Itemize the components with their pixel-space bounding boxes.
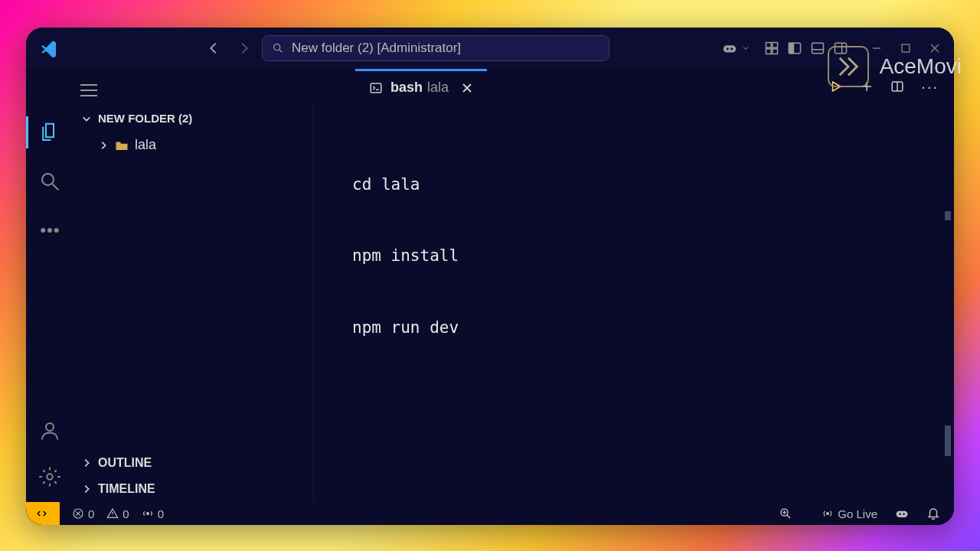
chevron-right-icon bbox=[98, 140, 109, 151]
tab-terminal[interactable]: bash lala bbox=[355, 69, 487, 104]
ellipsis-icon bbox=[38, 219, 61, 242]
copilot-icon bbox=[721, 40, 738, 57]
svg-point-20 bbox=[47, 474, 53, 480]
svg-point-27 bbox=[903, 514, 905, 516]
timeline-label: TIMELINE bbox=[98, 482, 155, 496]
toggle-panel-icon[interactable] bbox=[810, 41, 825, 56]
minimize-icon[interactable] bbox=[871, 43, 882, 54]
svg-point-26 bbox=[899, 514, 901, 516]
broadcast-icon bbox=[822, 507, 834, 520]
chevron-down-icon bbox=[81, 113, 92, 124]
svg-rect-1 bbox=[724, 45, 737, 52]
svg-rect-12 bbox=[902, 44, 910, 52]
warning-icon bbox=[106, 507, 119, 520]
folder-icon bbox=[115, 139, 129, 152]
term-line: npm run dev bbox=[331, 316, 937, 340]
scrollbar-thumb[interactable] bbox=[945, 425, 951, 456]
search-icon bbox=[38, 170, 61, 193]
svg-rect-5 bbox=[773, 43, 778, 48]
activity-bar bbox=[26, 104, 74, 502]
editor-more-icon[interactable]: ··· bbox=[921, 78, 939, 96]
svg-point-2 bbox=[727, 47, 729, 50]
radio-icon bbox=[142, 507, 154, 520]
term-prompt-1: User@DESKTOP-PAULOB7 MINGW64 ~/Desktop/N… bbox=[331, 476, 937, 502]
split-editor-icon[interactable] bbox=[890, 80, 904, 93]
error-icon bbox=[72, 507, 84, 520]
svg-point-18 bbox=[55, 229, 58, 232]
hamburger-icon bbox=[80, 84, 97, 96]
svg-rect-6 bbox=[766, 49, 772, 54]
svg-point-22 bbox=[146, 513, 149, 515]
outline-label: OUTLINE bbox=[98, 456, 152, 470]
command-center-text: New folder (2) [Administrator] bbox=[292, 41, 461, 56]
run-icon[interactable] bbox=[829, 80, 843, 93]
toggle-secondary-icon[interactable] bbox=[833, 41, 848, 56]
new-terminal-icon[interactable] bbox=[860, 80, 874, 93]
svg-rect-10 bbox=[812, 43, 824, 53]
search-icon bbox=[272, 42, 284, 54]
svg-point-3 bbox=[730, 47, 733, 50]
copilot-button[interactable] bbox=[721, 40, 750, 57]
svg-point-0 bbox=[274, 44, 280, 51]
toggle-sidebar-icon[interactable] bbox=[787, 41, 802, 56]
tab-close-icon[interactable] bbox=[461, 82, 473, 94]
explorer-folder-name: NEW FOLDER (2) bbox=[98, 112, 192, 125]
explorer-sidebar: NEW FOLDER (2) lala OUTLINE TIMELINE bbox=[74, 104, 314, 502]
svg-rect-25 bbox=[897, 511, 908, 517]
svg-rect-9 bbox=[789, 43, 794, 53]
copilot-status-icon[interactable] bbox=[894, 506, 910, 521]
svg-point-24 bbox=[827, 513, 829, 515]
command-center[interactable]: New folder (2) [Administrator] bbox=[262, 35, 609, 61]
vscode-window: New folder (2) [Administrator] ··· bbox=[26, 28, 954, 525]
terminal-icon bbox=[369, 81, 383, 95]
titlebar: New folder (2) [Administrator] bbox=[26, 28, 954, 69]
tab-kind: bash bbox=[390, 80, 423, 96]
tree-item-lala[interactable]: lala bbox=[95, 132, 313, 158]
account-icon bbox=[38, 419, 61, 442]
chevron-right-icon bbox=[81, 458, 92, 468]
zoom-icon[interactable] bbox=[779, 507, 792, 520]
activity-more[interactable] bbox=[38, 219, 61, 242]
nav-back-icon[interactable] bbox=[205, 40, 222, 57]
svg-point-15 bbox=[42, 174, 54, 185]
menu-button[interactable] bbox=[74, 75, 104, 106]
svg-rect-4 bbox=[766, 43, 772, 48]
gear-icon bbox=[38, 465, 61, 488]
svg-point-16 bbox=[41, 229, 44, 232]
terminal-editor[interactable]: cd lala npm install npm run dev User@DES… bbox=[314, 104, 954, 502]
maximize-icon[interactable] bbox=[900, 43, 911, 54]
tab-bar: ··· bash lala ··· bbox=[26, 69, 954, 104]
status-go-live[interactable]: Go Live bbox=[822, 507, 877, 520]
svg-rect-13 bbox=[371, 83, 381, 93]
tree-item-label: lala bbox=[135, 137, 156, 153]
svg-rect-7 bbox=[773, 49, 778, 54]
remote-button[interactable] bbox=[26, 502, 60, 525]
timeline-section[interactable]: TIMELINE bbox=[74, 476, 313, 502]
status-bar: 0 0 0 Go Live bbox=[26, 502, 954, 525]
svg-point-19 bbox=[46, 423, 54, 431]
activity-settings[interactable] bbox=[38, 465, 61, 488]
activity-search[interactable] bbox=[38, 170, 61, 193]
chevron-right-icon bbox=[81, 484, 92, 494]
outline-section[interactable]: OUTLINE bbox=[74, 450, 313, 476]
tab-name: lala bbox=[427, 80, 449, 96]
term-line: cd lala bbox=[331, 173, 937, 197]
status-warnings[interactable]: 0 bbox=[106, 507, 129, 520]
chevron-down-icon bbox=[741, 44, 750, 53]
files-icon bbox=[38, 121, 61, 144]
svg-rect-11 bbox=[835, 43, 847, 53]
status-errors[interactable]: 0 bbox=[72, 507, 94, 520]
remote-icon bbox=[36, 507, 50, 520]
activity-explorer[interactable] bbox=[38, 121, 61, 144]
close-window-icon[interactable] bbox=[929, 43, 940, 54]
scrollbar-marker bbox=[945, 211, 951, 220]
layout-grid-icon[interactable] bbox=[764, 41, 779, 56]
term-line: npm install bbox=[331, 244, 937, 268]
nav-forward-icon bbox=[236, 40, 253, 57]
status-ports[interactable]: 0 bbox=[142, 507, 164, 520]
vscode-logo-icon bbox=[40, 39, 58, 57]
explorer-folder-header[interactable]: NEW FOLDER (2) bbox=[74, 104, 313, 132]
terminal-content: cd lala npm install npm run dev User@DES… bbox=[314, 104, 954, 502]
activity-account[interactable] bbox=[38, 419, 61, 442]
bell-icon[interactable] bbox=[926, 507, 940, 520]
